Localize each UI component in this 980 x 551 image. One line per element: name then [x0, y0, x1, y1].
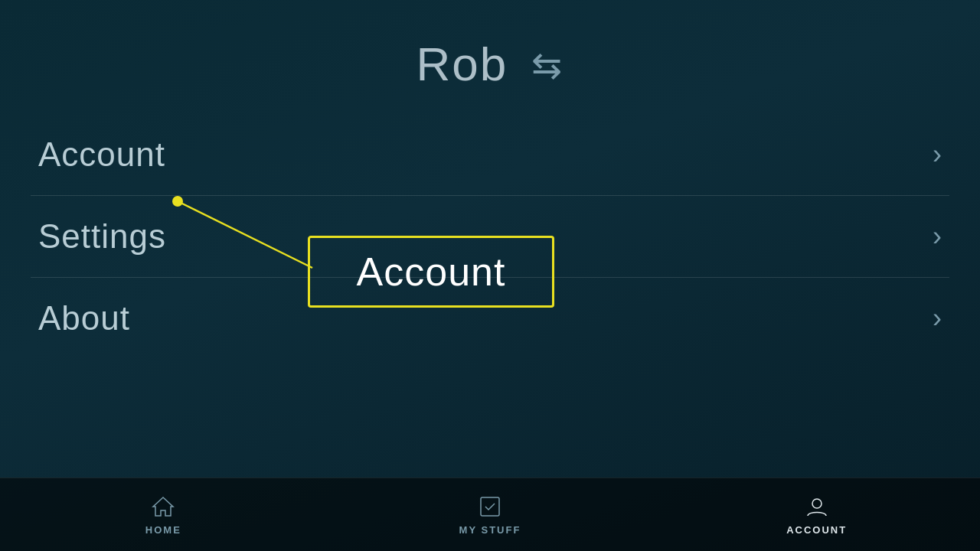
switch-accounts-icon[interactable]: ⇆ [531, 44, 564, 86]
user-title: Rob ⇆ [416, 37, 564, 90]
settings-menu-item[interactable]: Settings › [31, 196, 949, 278]
svg-rect-0 [481, 497, 499, 516]
about-menu-label: About [38, 299, 130, 337]
svg-point-1 [812, 499, 822, 508]
about-chevron-icon: › [933, 302, 942, 334]
settings-chevron-icon: › [933, 220, 942, 253]
bottom-navigation: HOME MY STUFF ACCOUNT [0, 478, 980, 551]
home-icon [150, 494, 176, 520]
settings-menu-label: Settings [38, 217, 166, 256]
settings-menu: Account › Settings › About › [31, 114, 949, 359]
username-text: Rob [416, 37, 508, 90]
home-nav-label: HOME [145, 524, 181, 536]
nav-item-home[interactable]: HOME [117, 494, 209, 536]
account-menu-label: Account [38, 135, 165, 174]
nav-item-mystuff[interactable]: MY STUFF [444, 494, 536, 536]
mystuff-icon [477, 494, 503, 520]
account-chevron-icon: › [933, 139, 942, 171]
mystuff-nav-label: MY STUFF [459, 524, 521, 536]
header: Rob ⇆ [0, 0, 980, 114]
nav-item-account[interactable]: ACCOUNT [771, 494, 863, 536]
account-menu-item[interactable]: Account › [31, 114, 949, 196]
account-nav-label: ACCOUNT [786, 524, 847, 536]
account-nav-icon [804, 494, 830, 520]
about-menu-item[interactable]: About › [31, 278, 949, 359]
